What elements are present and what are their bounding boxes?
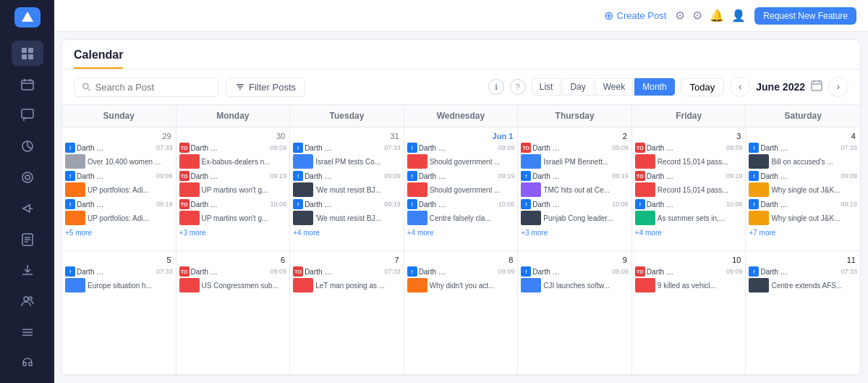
post-row[interactable]: f Darth Va... 07:33 xyxy=(65,266,173,277)
post-row[interactable]: f Darth Va... 09:19 xyxy=(749,199,857,209)
more-posts-link[interactable]: +4 more xyxy=(293,227,401,238)
calendar-picker-icon[interactable] xyxy=(811,80,822,94)
calendar-grid-wrapper: Sunday Monday Tuesday Wednesday Thursday… xyxy=(62,105,860,375)
post-row[interactable]: f Darth Va... 07:33 xyxy=(749,266,857,277)
prev-month-button[interactable]: ‹ xyxy=(730,77,750,97)
post-time: 10:06 xyxy=(271,201,287,208)
post-author: Darth Va... xyxy=(191,201,220,209)
next-month-button[interactable]: › xyxy=(828,77,848,97)
calendar-cell-6[interactable]: 6 TO Darth Va... 09:09 US Congressmen su… xyxy=(176,251,291,375)
sidebar-item-messages[interactable] xyxy=(12,103,43,128)
post-row[interactable]: TO Darth Va... 09:09 xyxy=(635,266,743,277)
post-row[interactable]: f Darth Va... 09:09 xyxy=(407,143,515,153)
sidebar-item-alerts[interactable] xyxy=(12,165,43,190)
post-row[interactable]: f Darth Va... 09:09 xyxy=(407,266,515,277)
post-author: Darth Va... xyxy=(760,144,789,152)
post-title: Ex-babus-dealers n... xyxy=(202,158,287,166)
post-row[interactable]: f Darth Va... 09:19 xyxy=(293,199,401,209)
post-row[interactable]: f Darth Va... 09:19 xyxy=(65,199,173,209)
help-icon[interactable]: ? xyxy=(510,79,526,95)
create-post-button[interactable]: ⊕ Create Post xyxy=(604,9,667,22)
header-friday: Friday xyxy=(632,105,746,127)
calendar-cell-10[interactable]: 10 TO Darth Va... 09:09 9 killed as vehi… xyxy=(632,251,746,375)
more-posts-link[interactable]: +3 more xyxy=(521,227,629,238)
settings-cog-icon[interactable]: ⚙ xyxy=(675,9,685,22)
sidebar-item-reports[interactable] xyxy=(12,227,43,252)
post-content-row: Israel PM tests Co... xyxy=(293,154,401,169)
sidebar-logo[interactable] xyxy=(14,7,41,28)
post-content-row: Punjab Cong leader... xyxy=(521,211,629,225)
post-row[interactable]: TO Darth Va... 07:33 xyxy=(293,266,401,277)
post-time: 07:33 xyxy=(384,268,401,275)
post-row[interactable]: f Darth Va... 07:33 xyxy=(749,143,857,153)
post-row[interactable]: TO Darth Va... 09:19 xyxy=(635,171,743,181)
more-posts-link[interactable]: +7 more xyxy=(749,227,857,238)
more-posts-link[interactable]: +4 more xyxy=(635,227,743,238)
nav-controls: Today ‹ June 2022 › xyxy=(681,77,848,97)
sidebar-item-campaigns[interactable] xyxy=(12,195,43,221)
user-icon[interactable]: 👤 xyxy=(731,9,746,22)
more-posts-link[interactable]: +4 more xyxy=(407,227,515,238)
filter-posts-button[interactable]: Filter Posts xyxy=(226,77,305,97)
post-row[interactable]: f Darth Va... 07:33 xyxy=(293,143,401,153)
post-row[interactable]: f Darth Va... 10:06 xyxy=(521,199,629,209)
more-posts-link[interactable]: +5 more xyxy=(65,227,173,238)
post-row[interactable]: TO Darth Va... 09:09 xyxy=(635,143,743,153)
tab-month[interactable]: Month xyxy=(634,78,674,96)
tab-week[interactable]: Week xyxy=(595,78,633,96)
post-row[interactable]: TO Darth Va... 09:19 xyxy=(179,171,287,181)
sidebar-item-analytics[interactable] xyxy=(12,134,43,159)
sidebar-item-support[interactable] xyxy=(12,350,43,376)
sidebar-item-calendar[interactable] xyxy=(12,72,43,97)
calendar-cell-Jun1[interactable]: Jun 1 f Darth Va... 09:09 Should governm… xyxy=(404,127,519,251)
tab-list[interactable]: List xyxy=(532,78,561,96)
calendar-cell-2[interactable]: 2 TO Darth Va... 09:09 Israeli PM Bennet… xyxy=(518,127,632,251)
notifications-icon[interactable]: 🔔 xyxy=(710,9,724,22)
settings-icon[interactable]: ⚙ xyxy=(692,9,702,22)
post-content-row: Over 10,400 women ... xyxy=(65,154,173,169)
calendar-cell-5[interactable]: 5 f Darth Va... 07:33 Europe situation h… xyxy=(62,251,176,375)
sidebar-item-dashboard[interactable] xyxy=(12,41,43,66)
more-posts-link[interactable]: +3 more xyxy=(179,227,287,238)
calendar-cell-7[interactable]: 7 TO Darth Va... 07:33 LeT man posing as… xyxy=(290,251,404,375)
calendar-cell-9[interactable]: 9 f Darth Va... 09:09 CJI launches softw… xyxy=(518,251,632,375)
today-button[interactable]: Today xyxy=(681,78,725,96)
post-row[interactable]: f Darth Va... 07:33 xyxy=(65,143,173,153)
calendar-cell-11[interactable]: 11 f Darth Va... 07:33 Centre extends AF… xyxy=(746,251,860,375)
calendar-cell-3[interactable]: 3 TO Darth Va... 09:09 Record 15,014 pas… xyxy=(632,127,746,251)
sidebar-item-downloads[interactable] xyxy=(12,258,43,283)
post-row[interactable]: f Darth Va... 09:09 xyxy=(65,171,173,181)
post-author: Darth Va... xyxy=(305,172,333,180)
post-row[interactable]: f Darth Va... 09:09 xyxy=(521,266,629,277)
filter-icon xyxy=(235,82,245,92)
post-row[interactable]: f Darth Va... 09:09 xyxy=(749,171,857,181)
post-content-row: TMC hits out at Ce... xyxy=(521,182,629,197)
calendar-cell-29[interactable]: 29 f Darth Va... 07:33 Over 10,400 women… xyxy=(62,127,176,251)
post-row[interactable]: TO Darth Va... 09:09 xyxy=(179,266,287,277)
calendar-cell-4[interactable]: 4 f Darth Va... 07:33 Bill on accused's … xyxy=(746,127,860,251)
sidebar-item-team[interactable] xyxy=(12,289,43,314)
sidebar-item-feed[interactable] xyxy=(12,319,43,345)
post-row[interactable]: f Darth Va... 09:19 xyxy=(407,171,515,181)
post-row[interactable]: TO Darth Va... 10:06 xyxy=(179,199,287,209)
calendar-cell-30[interactable]: 30 TO Darth Va... 09:09 Ex-babus-dealers… xyxy=(176,127,291,251)
search-input[interactable] xyxy=(95,82,210,93)
header-saturday: Saturday xyxy=(746,105,860,127)
post-row[interactable]: TO Darth Va... 09:09 xyxy=(521,143,629,153)
calendar-cell-31[interactable]: 31 f Darth Va... 07:33 Israel PM tests C… xyxy=(290,127,404,251)
post-row[interactable]: f Darth Va... 10:06 xyxy=(635,199,743,209)
tab-day[interactable]: Day xyxy=(562,78,593,96)
post-row[interactable]: TO Darth Va... 09:09 xyxy=(179,143,287,153)
post-row[interactable]: f Darth Va... 09:19 xyxy=(521,171,629,181)
info-icon[interactable]: ℹ xyxy=(488,79,504,95)
post-title: Israel PM tests Co... xyxy=(315,158,401,166)
svg-rect-9 xyxy=(22,109,33,118)
post-row[interactable]: f Darth Va... 10:06 xyxy=(407,199,515,209)
post-row[interactable]: f Darth Va... 09:09 xyxy=(293,171,401,181)
header-tuesday: Tuesday xyxy=(290,105,404,127)
search-box[interactable] xyxy=(74,77,218,97)
calendar-cell-8[interactable]: 8 f Darth Va... 09:09 Why didn't you act… xyxy=(404,251,519,375)
svg-point-19 xyxy=(24,297,28,301)
request-feature-button[interactable]: Request New Feature xyxy=(754,7,856,25)
post-content-row: LeT man posing as ... xyxy=(293,278,401,292)
